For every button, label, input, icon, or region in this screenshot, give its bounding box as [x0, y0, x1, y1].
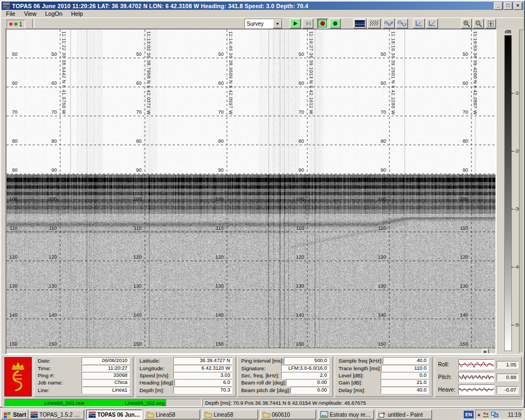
- trace-annotation: 11:11:22 36 38.6442 N 6 41.9760 W: [61, 31, 67, 114]
- motion-label: Pitch:: [438, 374, 456, 380]
- system-tray: « 11:19: [475, 410, 523, 419]
- depth-label: 130: [7, 283, 18, 289]
- zoom-out-button[interactable]: [473, 19, 484, 28]
- task-button[interactable]: untitled - Paint: [376, 410, 432, 419]
- depth-label: 90: [120, 167, 142, 173]
- depth-label: 80: [7, 138, 18, 144]
- depth-label: 140: [7, 312, 18, 318]
- info-label: Date:: [38, 358, 50, 364]
- minimize-button[interactable]: _: [494, 2, 503, 10]
- task-label: Linea58: [214, 412, 234, 418]
- spare-cell: [166, 399, 202, 407]
- task-button[interactable]: TOPAS 06 June 2...: [86, 410, 142, 419]
- start-button[interactable]: Start: [1, 410, 28, 419]
- survey-select[interactable]: Survey ▼: [244, 19, 283, 29]
- info-value: 40.0: [383, 357, 429, 364]
- task-button[interactable]: Estrato muy reflectivo ...: [318, 410, 374, 419]
- v-scrollbar[interactable]: [519, 30, 524, 353]
- task-button[interactable]: TOPAS_1.5.2 MkII: [28, 410, 84, 419]
- menu-item-view[interactable]: View: [20, 10, 41, 18]
- step-button[interactable]: [302, 19, 313, 28]
- chevron-down-icon[interactable]: ▼: [273, 19, 282, 28]
- depth-label: 130: [282, 283, 304, 289]
- trace-annotation: 11:19:53 36 39.4200 N 6 42.2807 W: [472, 31, 478, 115]
- menu-item-logon[interactable]: LogOn: [41, 10, 67, 18]
- info-value: 0.00: [286, 379, 329, 386]
- annotation-layer: 506070809010011012013014015011:11:22 36 …: [7, 30, 495, 348]
- maximize-button[interactable]: □: [504, 2, 512, 10]
- waveform-a-button[interactable]: [383, 19, 395, 28]
- depth-label: 100: [7, 196, 18, 202]
- toolbar-separator: [32, 19, 34, 28]
- depth-label: 50: [446, 51, 468, 57]
- info-value: 40.0: [381, 387, 429, 394]
- depth-label: 150: [446, 341, 468, 347]
- menu-item-help[interactable]: Help: [67, 10, 88, 18]
- zoom-in-button[interactable]: [461, 19, 472, 28]
- depth-label: 110: [202, 225, 224, 231]
- info-value: 500.0: [284, 357, 329, 364]
- info-label: Job name:: [38, 380, 63, 386]
- info-value: Linea1: [81, 387, 130, 394]
- info-group-navigation: Latitude:36 39.4727 NLongitude:6 42.3120…: [136, 357, 236, 397]
- task-label: Linea58: [156, 412, 176, 418]
- depth-label: 100: [202, 196, 224, 202]
- axes-plot-button[interactable]: [413, 19, 425, 28]
- depth-label: 90: [282, 167, 304, 173]
- taskbar: Start TOPAS_1.5.2 MkIITOPAS 06 June 2...…: [0, 408, 525, 420]
- waveform-b-button[interactable]: [396, 19, 408, 28]
- depth-label: 80: [35, 138, 57, 144]
- tray-expand-icon[interactable]: «: [477, 412, 481, 418]
- depth-label: 110: [120, 225, 142, 231]
- channel-indicator[interactable]: 1: [7, 20, 25, 28]
- play-button[interactable]: [290, 19, 301, 28]
- menu-item-file[interactable]: File: [2, 10, 20, 18]
- task-label: Estrato muy reflectivo ...: [330, 412, 372, 418]
- info-value: 2.0: [281, 372, 329, 379]
- info-value: 6 42.3120 W: [173, 365, 232, 372]
- depth-label: 120: [364, 254, 386, 260]
- depth-label: 100: [35, 196, 57, 202]
- navy-emblem-icon: [7, 360, 29, 394]
- depth-label: 70: [35, 109, 57, 115]
- axes-curve-button[interactable]: [426, 19, 438, 28]
- info-label: Delay [ms]:: [339, 387, 365, 393]
- info-label: Gain [dB]:: [339, 380, 363, 386]
- task-label: TOPAS_1.5.2 MkII: [39, 412, 82, 418]
- depth-label: 90: [202, 167, 224, 173]
- record-button[interactable]: [317, 19, 328, 28]
- language-indicator[interactable]: EN: [464, 411, 474, 418]
- depth-label: 120: [446, 254, 468, 260]
- trace-annotation: 11:13:02 36 38.7958 N 6 42.0372 W: [146, 31, 151, 115]
- fit-view-button[interactable]: [485, 19, 496, 28]
- record-icon: [320, 21, 325, 26]
- window-titlebar[interactable]: TOPAS 06 June 2010 11:20:26 LAT: 36 39.4…: [2, 2, 523, 10]
- depth-label: 70: [364, 109, 386, 115]
- waveform-icon: [384, 20, 393, 27]
- depth-label: 60: [202, 80, 224, 86]
- depth-label: 120: [282, 254, 304, 260]
- echogram-viewport[interactable]: 506070809010011012013014015011:11:22 36 …: [5, 28, 497, 354]
- info-value: 21.0: [381, 379, 429, 386]
- task-button[interactable]: 060610: [260, 410, 316, 419]
- raw-file-cell: Linea58_002.raw: [4, 399, 87, 407]
- cursor-readout: Depth [ms]: 70.9 Pos 36 38.7441 N 6 42.0…: [202, 399, 523, 407]
- tray-network-icon[interactable]: [491, 412, 498, 418]
- depth-label: 120: [120, 254, 142, 260]
- zoom-out-icon: [475, 20, 482, 27]
- h-scrollbar[interactable]: ▶: [7, 348, 495, 354]
- wiggle-view-button[interactable]: [368, 19, 381, 28]
- depth-label: 130: [120, 283, 142, 289]
- scroll-right-arrow-icon[interactable]: ▶: [482, 349, 489, 354]
- red-dot-icon: [9, 22, 13, 26]
- info-group-receiver: Sample freq [kHz]:40.0Trace length [ms]:…: [335, 357, 433, 397]
- task-button[interactable]: Linea58: [144, 410, 200, 419]
- info-label: Depth [m]:: [139, 387, 164, 393]
- tray-people-icon[interactable]: [482, 411, 489, 418]
- echogram-view-button[interactable]: [353, 19, 366, 28]
- task-button[interactable]: Linea58: [202, 410, 258, 419]
- monitor-button[interactable]: [330, 19, 341, 28]
- echogram-thumb-icon: [355, 20, 365, 27]
- info-value: 36 39.4727 N: [173, 357, 232, 364]
- close-button[interactable]: ×: [514, 2, 522, 10]
